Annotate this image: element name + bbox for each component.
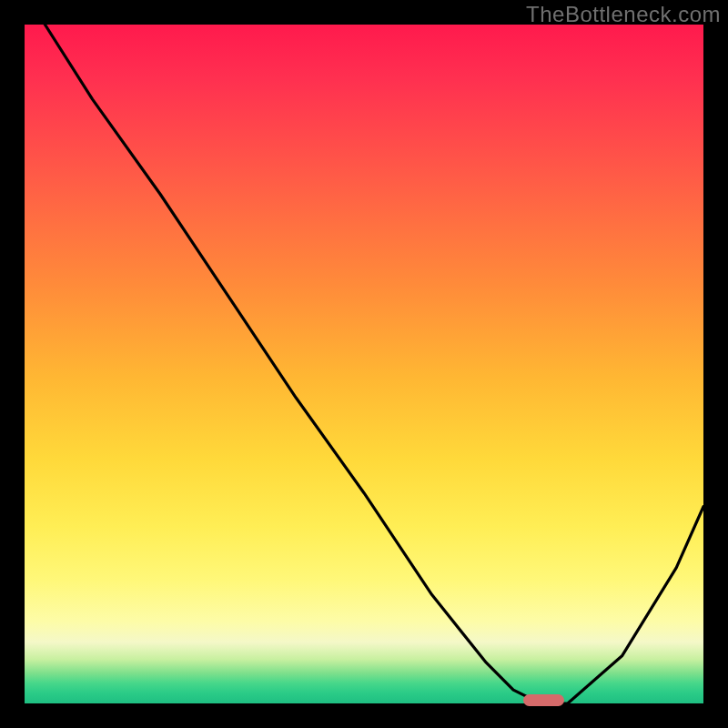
figure-canvas: TheBottleneck.com xyxy=(0,0,728,728)
watermark-text: TheBottleneck.com xyxy=(526,2,721,27)
plot-area xyxy=(25,25,703,703)
bottleneck-curve xyxy=(25,25,703,703)
minimum-marker xyxy=(523,694,564,706)
